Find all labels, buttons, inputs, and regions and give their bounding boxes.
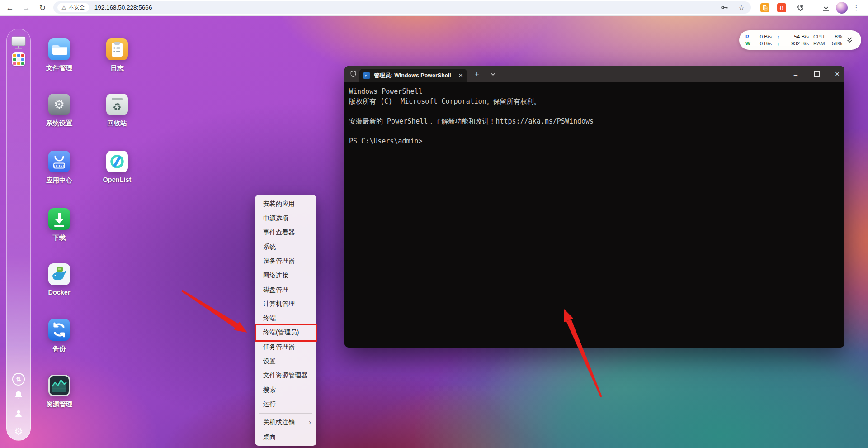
- menu-item-label: 电源选项: [263, 214, 288, 222]
- terminal-line: 安装最新的 PowerShell，了解新功能和改进！https://aka.ms…: [349, 116, 840, 126]
- reload-icon[interactable]: ↻: [39, 4, 46, 12]
- desktop-shortcut-system-settings[interactable]: ⚙系统设置: [32, 94, 86, 128]
- menu-item-label: 搜索: [263, 386, 276, 393]
- context-menu-item[interactable]: 关机或注销›: [255, 415, 316, 430]
- log-icon[interactable]: [106, 38, 128, 60]
- notification-bell-icon[interactable]: [14, 390, 24, 400]
- forward-icon[interactable]: →: [23, 4, 30, 12]
- sidebar-dock: ⇅ ⚙: [6, 29, 31, 441]
- security-chip-label: 不安全: [69, 4, 85, 11]
- context-menu-item[interactable]: 设置: [255, 354, 316, 369]
- extensions-puzzle-icon[interactable]: [795, 4, 804, 12]
- password-key-icon[interactable]: [720, 3, 729, 12]
- desktop-monitor-icon[interactable]: [11, 36, 26, 49]
- terminal-titlebar[interactable]: >_ 管理员: Windows PowerShell ✕ + – ×: [344, 66, 844, 82]
- tab-dropdown-icon[interactable]: [487, 66, 498, 82]
- minimize-button[interactable]: –: [786, 66, 806, 82]
- address-bar[interactable]: ⚠ 不安全 192.168.50.228:5666 ☆: [53, 1, 751, 14]
- close-button[interactable]: ×: [827, 66, 844, 82]
- profile-avatar[interactable]: [836, 2, 848, 14]
- terminal-content[interactable]: Windows PowerShell版权所有 (C) Microsoft Cor…: [344, 82, 844, 150]
- openlist-icon[interactable]: [106, 151, 128, 172]
- system-monitor-widget[interactable]: R 0 B/s ↑ 54 B/s CPU 8% W 0 B/s ↓ 932 B/…: [739, 30, 861, 50]
- context-menu-item[interactable]: 磁盘管理: [255, 283, 316, 297]
- powershell-icon: >_: [363, 72, 370, 79]
- desktop-shortcut-download[interactable]: 下载: [32, 208, 86, 242]
- security-chip[interactable]: ⚠ 不安全: [57, 3, 89, 12]
- tab-close-icon[interactable]: ✕: [458, 72, 463, 79]
- context-menu-item[interactable]: 电源选项: [255, 211, 316, 226]
- desktop-icon-label: OpenList: [90, 176, 144, 183]
- network-transfer-icon[interactable]: ⇅: [12, 373, 25, 386]
- resource-monitor-icon[interactable]: [48, 375, 70, 396]
- svg-text:♻: ♻: [113, 101, 122, 113]
- context-menu-item[interactable]: 桌面: [255, 430, 316, 444]
- new-tab-button[interactable]: +: [471, 66, 483, 82]
- desktop-shortcut-openlist[interactable]: OpenList: [90, 151, 144, 183]
- recycle-bin-icon[interactable]: ♻: [106, 94, 128, 115]
- context-menu-item[interactable]: 终端(管理员): [255, 325, 316, 340]
- maximize-button[interactable]: [807, 66, 827, 82]
- desktop-shortcut-file-manager[interactable]: 文件管理: [32, 38, 86, 72]
- context-menu-item[interactable]: 设备管理器: [255, 254, 316, 268]
- app-center-icon[interactable]: STORE: [48, 151, 70, 172]
- desktop-shortcut-app-center[interactable]: STORE应用中心: [32, 151, 86, 185]
- svg-text:⚙: ⚙: [54, 98, 65, 111]
- menu-item-label: 运行: [263, 400, 276, 407]
- collapse-chevron-icon[interactable]: [847, 37, 853, 43]
- cpu-label: CPU: [811, 34, 826, 39]
- download-icon[interactable]: [48, 208, 70, 230]
- desktop-icon-label: 资源管理: [32, 400, 86, 409]
- svg-text:{}: {}: [780, 5, 784, 10]
- context-menu-item[interactable]: 事件查看器: [255, 225, 316, 240]
- system-settings-icon[interactable]: ⚙: [48, 94, 70, 115]
- downloads-icon[interactable]: [821, 3, 830, 12]
- context-menu-item[interactable]: 任务管理器: [255, 340, 316, 354]
- terminal-line: [349, 106, 840, 116]
- browser-menu-icon[interactable]: ⋮: [853, 4, 860, 11]
- context-menu-item[interactable]: 安装的应用: [255, 197, 316, 211]
- menu-item-label: 安装的应用: [263, 200, 295, 207]
- download-arrow-icon: ↓: [777, 41, 780, 46]
- menu-divider: [259, 413, 312, 414]
- context-menu-item[interactable]: 计算机管理: [255, 297, 316, 311]
- desktop-icon-label: 日志: [90, 64, 144, 72]
- user-icon[interactable]: [14, 409, 24, 419]
- desktop-icon-label: 系统设置: [32, 119, 86, 128]
- desktop-shortcut-docker[interactable]: Docker: [32, 263, 86, 296]
- bookmark-star-icon[interactable]: ☆: [738, 4, 745, 11]
- context-menu-item[interactable]: 终端: [255, 311, 316, 326]
- docker-icon[interactable]: [48, 263, 70, 285]
- ram-value: 58%: [828, 41, 842, 46]
- menu-item-label: 系统: [263, 243, 276, 250]
- warning-icon: ⚠: [61, 5, 66, 10]
- context-menu-item[interactable]: 网络连接: [255, 268, 316, 283]
- terminal-line: Windows PowerShell: [349, 86, 840, 96]
- terminal-line: PS C:\Users\admin>: [349, 136, 840, 146]
- desktop-icon-label: 应用中心: [32, 176, 86, 185]
- menu-item-label: 关机或注销: [263, 419, 295, 426]
- file-manager-icon[interactable]: [48, 38, 70, 60]
- menu-item-label: 事件查看器: [263, 229, 295, 236]
- backup-icon[interactable]: [48, 319, 70, 341]
- back-icon[interactable]: ←: [6, 4, 14, 12]
- desktop-shortcut-resource-monitor[interactable]: 资源管理: [32, 375, 86, 409]
- terminal-tab[interactable]: >_ 管理员: Windows PowerShell ✕: [359, 69, 467, 82]
- context-menu-item[interactable]: 文件资源管理器: [255, 368, 316, 383]
- desktop[interactable]: ⇅ ⚙ 文件管理⚙系统设置STORE应用中心下载Docker备份资源管理日志♻回…: [0, 15, 868, 448]
- browser-toolbar: ← → ↻ ⚠ 不安全 192.168.50.228:5666 ☆ {} ⋮: [0, 0, 868, 16]
- context-menu-item[interactable]: 系统: [255, 240, 316, 254]
- menu-item-label: 文件资源管理器: [263, 372, 307, 379]
- desktop-shortcut-backup[interactable]: 备份: [32, 319, 86, 353]
- context-menu-item[interactable]: 运行: [255, 397, 316, 411]
- desktop-shortcut-log[interactable]: 日志: [90, 38, 144, 72]
- app-grid-icon[interactable]: [12, 52, 25, 66]
- extension-braces-icon[interactable]: {}: [777, 3, 786, 12]
- tab-title: 管理员: Windows PowerShell: [374, 72, 451, 80]
- desktop-icon-label: 备份: [32, 344, 86, 353]
- extension-copy-icon[interactable]: [760, 3, 769, 12]
- settings-gear-icon[interactable]: ⚙: [14, 427, 23, 437]
- menu-item-label: 网络连接: [263, 272, 288, 279]
- context-menu-item[interactable]: 搜索: [255, 383, 316, 397]
- desktop-shortcut-recycle-bin[interactable]: ♻回收站: [90, 94, 144, 128]
